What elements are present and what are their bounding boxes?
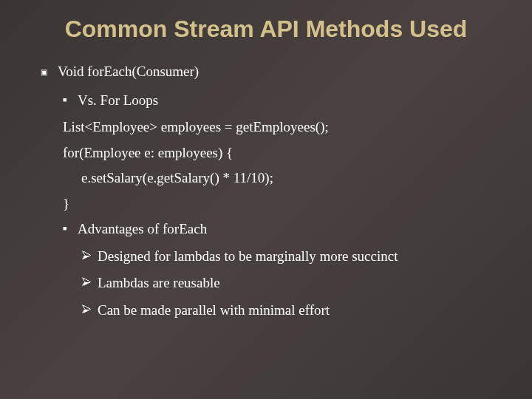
code-line-2: for(Employee e: employees) { [44, 143, 502, 164]
bullet-sub-vs-loops: Vs. For Loops [44, 90, 502, 112]
bullet-main: Void forEach(Consumer) [44, 61, 502, 83]
bullet-sub-advantages: Advantages of forEach [44, 219, 502, 240]
bullet-advantage-3: Can be made parallel with minimal effort [44, 300, 502, 321]
code-line-4: } [44, 194, 502, 215]
slide-container: Common Stream API Methods Used Void forE… [0, 0, 532, 399]
code-line-1: List<Employee> employees = getEmployees(… [44, 117, 502, 138]
bullet-advantage-2: Lambdas are reusable [44, 273, 502, 294]
code-line-3: e.setSalary(e.getSalary() * 11/10); [44, 168, 502, 189]
slide-title: Common Stream API Methods Used [30, 15, 502, 43]
bullet-advantage-1: Designed for lambdas to be marginally mo… [44, 246, 502, 267]
slide-content: Void forEach(Consumer) Vs. For Loops Lis… [30, 61, 502, 321]
